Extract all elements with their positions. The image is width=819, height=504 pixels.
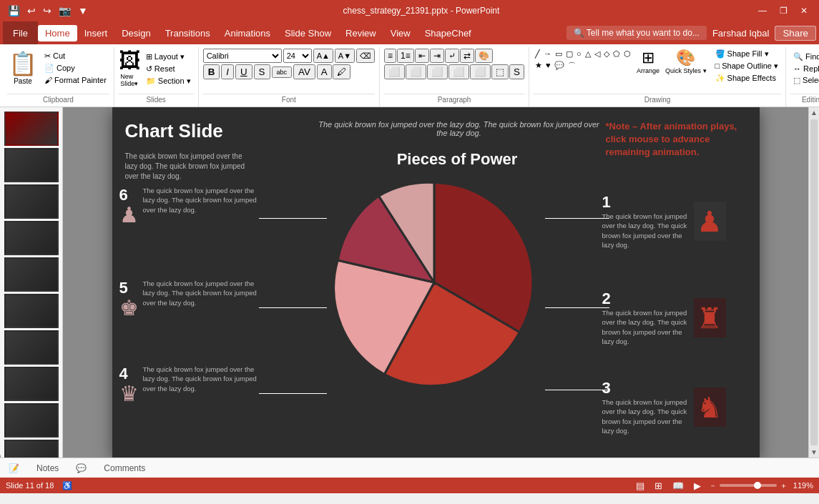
reading-view-button[interactable]: 📖	[670, 480, 686, 492]
shape-outline-button[interactable]: □ Shape Outline ▾	[712, 61, 781, 71]
new-slide-button[interactable]: 🖼 NewSlide▾	[119, 49, 140, 87]
pentagon-shape[interactable]: ⬠	[612, 49, 622, 59]
close-button[interactable]: ✕	[795, 0, 813, 21]
tell-me-input[interactable]: 🔍 Tell me what you want to do...	[567, 26, 707, 40]
italic-button[interactable]: I	[221, 64, 234, 79]
home-tab[interactable]: Home	[38, 25, 77, 41]
text-direction-button[interactable]: ⤶	[445, 49, 459, 63]
slideshow-tab[interactable]: Slide Show	[278, 25, 338, 41]
redo-icon[interactable]: ↪	[41, 5, 54, 16]
font-size-select[interactable]: 24	[283, 49, 312, 63]
notes-tab[interactable]: Notes	[31, 460, 64, 476]
increase-font-button[interactable]: A▲	[313, 49, 333, 63]
font-family-select[interactable]: Calibri	[203, 49, 282, 63]
camera-icon[interactable]: 📷	[57, 5, 73, 16]
columns-button[interactable]: ⬜	[470, 64, 491, 79]
justify-button[interactable]: ⬜	[448, 64, 469, 79]
line-shape[interactable]: ╱	[534, 49, 541, 59]
slide-thumb-8[interactable]	[4, 367, 59, 401]
find-button[interactable]: 🔍 Find	[790, 51, 819, 62]
file-menu[interactable]: File	[3, 21, 38, 44]
scrollbar-thumb[interactable]	[810, 119, 818, 445]
decrease-font-button[interactable]: A▼	[335, 49, 355, 63]
circle-shape[interactable]: ○	[575, 49, 583, 59]
rect-shape[interactable]: ▭	[554, 49, 564, 59]
slide-thumb-3[interactable]	[4, 184, 59, 219]
align-right-button[interactable]: ⬜	[427, 64, 448, 79]
view-tab[interactable]: View	[383, 25, 418, 41]
align-left-button[interactable]: ⬜	[384, 64, 405, 79]
zoom-level[interactable]: 119%	[793, 481, 813, 490]
star-shape[interactable]: ★	[534, 60, 544, 72]
cut-button[interactable]: ✂ Cut	[41, 51, 109, 61]
smartart-button[interactable]: 🎨	[475, 49, 493, 63]
triangle-shape[interactable]: △	[584, 49, 592, 59]
zoom-out-button[interactable]: －	[709, 480, 717, 491]
scroll-up-button[interactable]: ▲	[809, 107, 819, 118]
review-tab[interactable]: Review	[338, 25, 383, 41]
clear-format-button[interactable]: ⌫	[356, 49, 375, 63]
decrease-indent-button[interactable]: ⇤	[415, 49, 429, 63]
align-center-button[interactable]: ⬜	[406, 64, 426, 79]
numbering-button[interactable]: 1≡	[397, 49, 414, 63]
section-button[interactable]: 📁 Section ▾	[143, 76, 194, 87]
diamond-shape[interactable]: ◇	[602, 49, 611, 59]
maximize-button[interactable]: ❐	[774, 0, 793, 21]
zoom-slider[interactable]	[720, 484, 777, 487]
slide-thumb-9[interactable]	[4, 403, 59, 438]
bullets-button[interactable]: ≡	[384, 49, 396, 63]
minimize-button[interactable]: —	[752, 0, 773, 21]
replace-button[interactable]: ↔ Replace	[790, 64, 819, 74]
layout-button[interactable]: ⊞ Layout ▾	[143, 51, 194, 62]
slide-thumb-2[interactable]	[4, 148, 59, 182]
slide-show-button[interactable]: ▶	[692, 480, 703, 492]
format-painter-button[interactable]: 🖌 Format Painter	[41, 75, 109, 85]
slide-thumb-4[interactable]	[4, 221, 59, 255]
text-highlight-button[interactable]: 🖊	[333, 64, 350, 79]
curve-shape[interactable]: ⌒	[567, 60, 577, 72]
round-rect-shape[interactable]: ▢	[564, 49, 574, 59]
font-color-button[interactable]: A	[317, 64, 332, 79]
slide-thumb-7[interactable]	[4, 330, 59, 365]
scroll-down-button[interactable]: ▼	[809, 447, 819, 458]
increase-indent-button[interactable]: ⇥	[430, 49, 444, 63]
text-shadow-button[interactable]: S	[509, 64, 524, 79]
smallcaps-button[interactable]: abc	[272, 66, 293, 78]
arrange-button[interactable]: ⊞ Arrange	[637, 49, 659, 74]
shapechef-tab[interactable]: ShapeChef	[418, 25, 479, 41]
quick-styles-button[interactable]: 🎨 Quick Styles ▾	[665, 49, 707, 74]
animations-tab[interactable]: Animations	[217, 25, 278, 41]
slide-thumb-10[interactable]	[4, 440, 59, 458]
line-spacing-button[interactable]: ⬚	[491, 64, 509, 79]
accessibility-icon[interactable]: ♿	[62, 481, 72, 490]
undo-icon[interactable]: ↩	[25, 5, 38, 16]
paste-button[interactable]: 📋 Paste	[7, 49, 39, 87]
slide-sorter-button[interactable]: ⊞	[652, 480, 664, 492]
normal-view-button[interactable]: ▤	[634, 480, 647, 492]
reset-button[interactable]: ↺ Reset	[143, 64, 194, 74]
strikethrough-button[interactable]: S	[254, 64, 270, 79]
comments-tab[interactable]: Comments	[98, 460, 151, 476]
copy-button[interactable]: 📄 Copy	[41, 63, 109, 74]
char-spacing-button[interactable]: AV	[293, 64, 315, 79]
hexagon-shape[interactable]: ⬡	[622, 49, 632, 59]
slide-thumb-5[interactable]	[4, 257, 59, 292]
callout-shape[interactable]: 💬	[553, 60, 566, 72]
customize-icon[interactable]: ▼	[76, 5, 90, 16]
bold-button[interactable]: B	[203, 64, 220, 79]
slide-thumb-1[interactable]	[4, 112, 59, 146]
shape-effects-button[interactable]: ✨ Shape Effects	[712, 73, 781, 84]
insert-tab[interactable]: Insert	[77, 25, 115, 41]
design-tab[interactable]: Design	[114, 25, 157, 41]
rtriangle-shape[interactable]: ◁	[593, 49, 602, 59]
slide-thumb-6[interactable]	[4, 294, 59, 328]
slide-canvas[interactable]: Chart Slide The quick brown fox jumped o…	[112, 107, 760, 458]
arrow-shape[interactable]: →	[542, 49, 553, 59]
select-button[interactable]: ⬚ Select ▾	[790, 75, 819, 86]
zoom-in-button[interactable]: ＋	[780, 480, 788, 491]
underline-button[interactable]: U	[235, 64, 252, 79]
transitions-tab[interactable]: Transitions	[158, 25, 217, 41]
save-icon[interactable]: 💾	[6, 5, 22, 16]
share-button[interactable]: Share	[775, 26, 816, 41]
shape-fill-button[interactable]: 🪣 Shape Fill ▾	[712, 49, 781, 59]
